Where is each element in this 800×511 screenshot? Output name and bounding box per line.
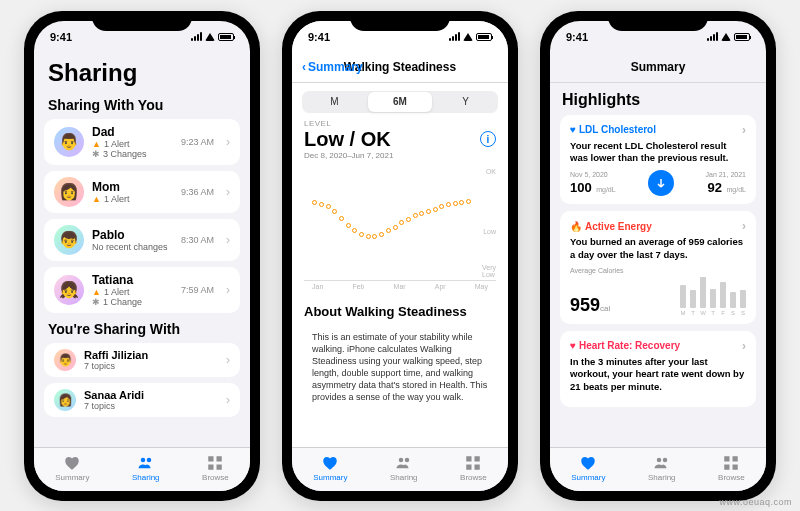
tab-browse[interactable]: Browse xyxy=(202,454,229,482)
back-button[interactable]: ‹ Summary xyxy=(302,60,363,74)
sharing-row[interactable]: 👩 Sanaa Aridi 7 topics › xyxy=(44,383,240,417)
y-label-vlow: Very Low xyxy=(482,264,496,278)
contact-row-dad[interactable]: 👨 Dad ▲1 Alert ✱3 Changes 9:23 AM › xyxy=(44,119,240,165)
x-axis-labels: Jan Feb Mar Apr May xyxy=(304,281,496,290)
tab-summary[interactable]: Summary xyxy=(55,454,89,482)
tab-label: Browse xyxy=(718,473,745,482)
alert-text: 1 Alert xyxy=(104,139,130,149)
contact-row-tatiana[interactable]: 👧 Tatiana ▲1 Alert ✱1 Change 7:59 AM › xyxy=(44,267,240,313)
back-label: Summary xyxy=(308,60,363,74)
tab-browse[interactable]: Browse xyxy=(718,454,745,482)
status-right xyxy=(707,32,750,41)
people-icon xyxy=(395,454,413,472)
contact-name: Pablo xyxy=(92,228,173,242)
nav-title: Summary xyxy=(631,60,686,74)
page-title: Sharing xyxy=(48,59,240,87)
svg-point-12 xyxy=(657,458,662,463)
contact-name: Raffi Jilizian xyxy=(84,349,214,361)
tab-label: Sharing xyxy=(132,473,160,482)
changes-icon: ✱ xyxy=(92,297,100,307)
timestamp: 9:36 AM xyxy=(181,187,214,197)
status-time: 9:41 xyxy=(50,31,72,43)
signal-icon xyxy=(449,32,460,41)
card-text: You burned an average of 959 calories a … xyxy=(570,236,746,261)
battery-icon xyxy=(218,33,234,41)
signal-icon xyxy=(191,32,202,41)
avg-unit: cal xyxy=(600,304,610,313)
heart-icon xyxy=(63,454,81,472)
notch xyxy=(350,11,450,31)
svg-rect-17 xyxy=(733,465,738,470)
section-youre-sharing: You're Sharing With xyxy=(48,321,240,337)
chevron-right-icon: › xyxy=(226,233,230,247)
svg-point-13 xyxy=(663,458,668,463)
x-label: Jan xyxy=(312,283,323,290)
sharing-row[interactable]: 👨 Raffi Jilizian 7 topics › xyxy=(44,343,240,377)
value-2: 92 xyxy=(708,180,722,195)
tab-label: Summary xyxy=(571,473,605,482)
svg-rect-10 xyxy=(467,465,472,470)
date-2: Jan 21, 2021 xyxy=(706,171,746,178)
contact-name: Dad xyxy=(92,125,173,139)
tab-label: Browse xyxy=(460,473,487,482)
chevron-right-icon: › xyxy=(226,283,230,297)
x-label: Mar xyxy=(394,283,406,290)
svg-rect-14 xyxy=(725,456,730,461)
down-arrow-icon xyxy=(648,170,674,196)
level-label: LEVEL xyxy=(304,119,496,128)
heartrate-card[interactable]: ♥Heart Rate: Recovery› In the 3 minutes … xyxy=(560,331,756,407)
grid-icon xyxy=(722,454,740,472)
sub-text: 7 topics xyxy=(84,361,115,371)
info-icon[interactable]: i xyxy=(480,131,496,147)
svg-point-1 xyxy=(147,458,152,463)
status-time: 9:41 xyxy=(308,31,330,43)
walking-content: M 6M Y LEVEL Low / OK i Dec 8, 2020–Jun … xyxy=(292,83,508,447)
svg-rect-8 xyxy=(467,456,472,461)
alert-text: 1 Alert xyxy=(104,194,130,204)
tab-label: Sharing xyxy=(648,473,676,482)
tab-sharing[interactable]: Sharing xyxy=(132,454,160,482)
chevron-right-icon: › xyxy=(742,219,746,233)
day: T xyxy=(690,310,696,316)
screen: 9:41 Sharing Sharing With You 👨 Dad ▲1 A… xyxy=(34,21,250,491)
phone-walking: 9:41 ‹ Summary Walking Steadiness M 6M Y… xyxy=(282,11,518,501)
chevron-right-icon: › xyxy=(226,185,230,199)
tab-sharing[interactable]: Sharing xyxy=(390,454,418,482)
tab-browse[interactable]: Browse xyxy=(460,454,487,482)
contact-name: Mom xyxy=(92,180,173,194)
day: S xyxy=(740,310,746,316)
sharing-content: Sharing Sharing With You 👨 Dad ▲1 Alert … xyxy=(34,53,250,447)
about-text: This is an estimate of your stability wh… xyxy=(312,332,487,403)
tab-sharing[interactable]: Sharing xyxy=(648,454,676,482)
x-label: Apr xyxy=(435,283,446,290)
grid-icon xyxy=(464,454,482,472)
seg-6m[interactable]: 6M xyxy=(368,92,433,112)
seg-m[interactable]: M xyxy=(302,91,367,113)
screen: 9:41 Summary Highlights ♥LDL Cholesterol… xyxy=(550,21,766,491)
contact-row-pablo[interactable]: 👦 Pablo No recent changes 8:30 AM › xyxy=(44,219,240,261)
flame-icon: 🔥 xyxy=(570,221,582,232)
value-1: 100 xyxy=(570,180,592,195)
tab-summary[interactable]: Summary xyxy=(313,454,347,482)
energy-card[interactable]: 🔥Active Energy› You burned an average of… xyxy=(560,211,756,324)
svg-rect-11 xyxy=(475,465,480,470)
steadiness-chart[interactable]: OK Low Very Low xyxy=(304,166,496,281)
contact-row-mom[interactable]: 👩 Mom ▲1 Alert 9:36 AM › xyxy=(44,171,240,213)
day: W xyxy=(700,310,706,316)
tab-summary[interactable]: Summary xyxy=(571,454,605,482)
seg-y[interactable]: Y xyxy=(433,91,498,113)
card-title: Active Energy xyxy=(585,221,652,232)
card-title: Heart Rate: Recovery xyxy=(579,340,680,351)
y-label-ok: OK xyxy=(486,168,496,175)
svg-rect-2 xyxy=(209,456,214,461)
date-1: Nov 5, 2020 xyxy=(570,171,616,178)
battery-icon xyxy=(734,33,750,41)
notch xyxy=(608,11,708,31)
people-icon xyxy=(653,454,671,472)
chevron-right-icon: › xyxy=(226,353,230,367)
tab-bar: Summary Sharing Browse xyxy=(550,447,766,491)
changes-text: 1 Change xyxy=(103,297,142,307)
card-text: In the 3 minutes after your last workout… xyxy=(570,356,746,393)
avg-value: 959 xyxy=(570,295,600,315)
ldl-card[interactable]: ♥LDL Cholesterol› Your recent LDL Choles… xyxy=(560,115,756,205)
